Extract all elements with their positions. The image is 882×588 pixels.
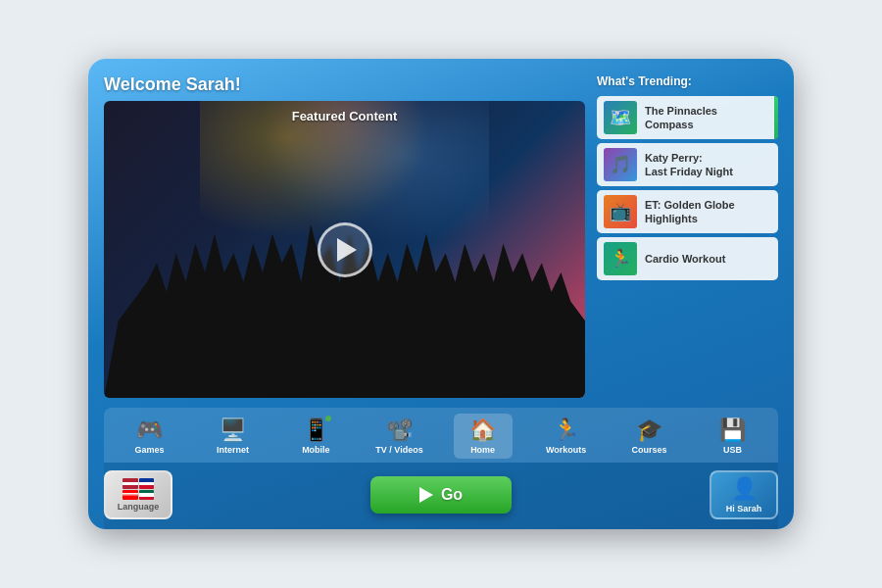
flag-mx [139,490,155,501]
flag-ca [122,490,138,501]
top-area: Welcome Sarah! Featured Content What's T… [104,74,778,398]
trending-text-1: The PinnaclesCompass [645,104,717,132]
games-icon: 🎮 [136,417,163,442]
nav-usb-label: USB [723,445,742,455]
trending-list: 🗺️ The PinnaclesCompass 🎵 Katy Perry:Las… [597,96,778,280]
nav-games[interactable]: 🎮 Games [120,414,178,459]
left-panel: Welcome Sarah! Featured Content [104,74,585,398]
nav-workouts[interactable]: 🏃 Workouts [537,414,596,459]
trending-text-2: Katy Perry:Last Friday Night [645,151,733,179]
play-button[interactable] [318,222,372,277]
profile-label: Hi Sarah [726,504,762,514]
welcome-title: Welcome Sarah! [104,74,585,95]
trending-title: What's Trending: [597,74,778,88]
nav-tv-videos[interactable]: 📽️ TV / Videos [369,414,428,459]
trending-item-2[interactable]: 🎵 Katy Perry:Last Friday Night [597,143,778,186]
courses-icon: 🎓 [636,417,662,443]
usb-icon: 💾 [719,417,746,443]
go-label: Go [441,486,463,504]
nav-home[interactable]: 🏠 Home [454,414,513,459]
nav-games-label: Games [134,445,164,455]
nav-home-label: Home [470,445,495,455]
trending-thumb-3: 📺 [604,195,637,228]
trending-bar-1 [774,96,778,139]
nav-workouts-label: Workouts [546,445,586,455]
video-player[interactable]: Featured Content [104,101,585,398]
trending-item-3[interactable]: 📺 ET: Golden GlobeHighlights [597,190,778,233]
right-panel: What's Trending: 🗺️ The PinnaclesCompass… [597,74,778,398]
nav-internet-label: Internet [217,445,249,455]
trending-text-3: ET: Golden GlobeHighlights [645,198,735,226]
go-arrow-icon [419,487,433,503]
nav-games-icon-wrap: 🎮 [136,417,163,443]
home-icon: 🏠 [469,417,496,443]
trending-text-4: Cardio Workout [645,252,725,266]
internet-icon: 🖥️ [220,417,246,443]
nav-bar: 🎮 Games 🖥️ Internet 📱 Mobile 📽️ TV / Vid… [104,408,778,463]
tv-icon: 📽️ [386,417,413,443]
mobile-icon: 📱 [303,417,329,442]
nav-usb[interactable]: 💾 USB [704,414,762,459]
go-button[interactable]: Go [370,476,512,514]
nav-courses-label: Courses [632,445,667,455]
nav-courses[interactable]: 🎓 Courses [620,414,679,459]
workouts-icon: 🏃 [553,417,579,443]
nav-internet[interactable]: 🖥️ Internet [203,414,262,459]
trending-thumb-4: 🏃 [604,242,637,275]
nav-mobile-label: Mobile [302,445,330,455]
flags-grid [122,478,154,500]
nav-mobile[interactable]: 📱 Mobile [286,414,345,459]
trending-thumb-2: 🎵 [604,148,637,181]
language-button[interactable]: Language [104,470,172,519]
featured-label: Featured Content [104,109,585,123]
mobile-dot [325,416,331,421]
trending-item-4[interactable]: 🏃 Cardio Workout [597,237,778,280]
trending-item-1[interactable]: 🗺️ The PinnaclesCompass [597,96,778,139]
trending-thumb-1: 🗺️ [604,101,637,134]
profile-icon: 👤 [731,476,758,502]
app-shell: Welcome Sarah! Featured Content What's T… [88,59,794,529]
language-label: Language [118,502,160,512]
play-icon [337,238,357,262]
nav-tv-label: TV / Videos [375,445,422,455]
profile-button[interactable]: 👤 Hi Sarah [710,470,778,519]
nav-mobile-icon-wrap: 📱 [303,417,329,443]
flag-us [122,478,138,489]
flag-fr [139,478,155,489]
bottom-bar: Language Go 👤 Hi Sarah [104,463,778,529]
